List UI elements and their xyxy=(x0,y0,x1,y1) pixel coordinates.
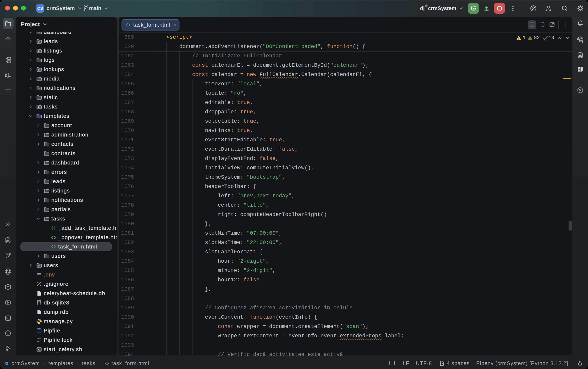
svg-text:dj: dj xyxy=(5,72,9,78)
